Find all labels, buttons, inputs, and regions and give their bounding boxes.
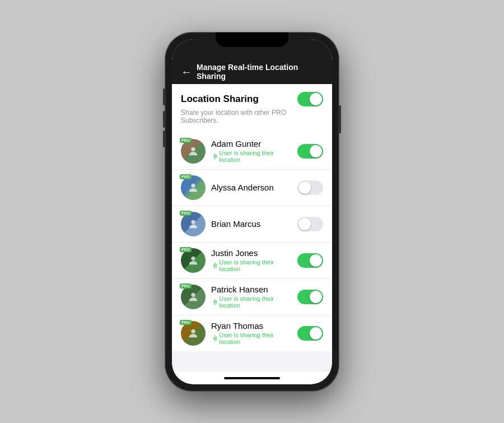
pro-badge-alyssa-anderson: PRO	[180, 174, 192, 179]
svg-point-2	[191, 183, 195, 187]
user-name-brian-marcus: Brian Marcus	[211, 219, 292, 229]
user-row-patrick-hansen: PRO Patrick Hansen User is sharing their…	[172, 279, 332, 315]
phone-screen-container: ← Manage Real-time Location Sharing Loca…	[172, 39, 332, 384]
users-list: PRO Adam Gunter User is sharing their lo…	[172, 133, 332, 351]
user-info-alyssa-anderson: Alyssa Anderson	[211, 183, 292, 192]
toggle-thumb	[310, 93, 322, 105]
avatar-wrap-alyssa-anderson: PRO	[181, 175, 206, 200]
svg-point-1	[213, 156, 215, 157]
pro-badge-justin-jones: PRO	[180, 247, 192, 252]
user-row-ryan-thomas: PRO Ryan Thomas User is sharing their lo…	[172, 315, 332, 351]
toggle-thumb-ryan-thomas	[310, 327, 322, 340]
avatar-wrap-brian-marcus: PRO	[181, 212, 206, 236]
location-sharing-row: Location Sharing	[181, 92, 323, 106]
home-bar	[224, 377, 280, 379]
toggle-ryan-thomas[interactable]	[297, 326, 323, 341]
content-area: Location Sharing Share your location wit…	[172, 84, 332, 372]
user-name-alyssa-anderson: Alyssa Anderson	[211, 183, 292, 192]
avatar-wrap-ryan-thomas: PRO	[181, 321, 206, 346]
svg-point-3	[191, 220, 195, 224]
user-name-patrick-hansen: Patrick Hansen	[211, 285, 292, 294]
toggle-alyssa-anderson[interactable]	[297, 180, 323, 195]
location-sharing-title: Location Sharing	[181, 94, 259, 105]
sharing-status-ryan-thomas: User is sharing their location	[211, 332, 292, 345]
user-info-brian-marcus: Brian Marcus	[211, 219, 292, 229]
location-sharing-toggle[interactable]	[297, 92, 323, 106]
toggle-adam-gunter[interactable]	[297, 144, 323, 159]
location-sharing-section: Location Sharing Share your location wit…	[172, 84, 332, 133]
sharing-status-patrick-hansen: User is sharing their location	[211, 295, 292, 309]
svg-point-8	[191, 329, 195, 333]
pro-badge-ryan-thomas: PRO	[180, 320, 192, 325]
toggle-thumb-patrick-hansen	[310, 291, 322, 303]
app-screen: ← Manage Real-time Location Sharing Loca…	[172, 39, 332, 384]
avatar-wrap-justin-jones: PRO	[181, 248, 206, 273]
avatar-wrap-patrick-hansen: PRO	[181, 285, 206, 309]
user-row-brian-marcus: PRO Brian Marcus	[172, 206, 332, 243]
svg-point-0	[191, 147, 195, 151]
toggle-brian-marcus[interactable]	[297, 217, 323, 231]
nav-title: Manage Real-time Location Sharing	[197, 63, 323, 81]
toggle-thumb-brian-marcus	[298, 218, 311, 230]
toggle-justin-jones[interactable]	[297, 253, 323, 268]
user-name-ryan-thomas: Ryan Thomas	[211, 321, 292, 331]
back-button[interactable]: ←	[181, 66, 192, 77]
svg-point-5	[213, 265, 215, 267]
user-info-patrick-hansen: Patrick Hansen User is sharing their loc…	[211, 285, 292, 309]
user-name-adam-gunter: Adam Gunter	[211, 139, 292, 148]
nav-bar: ← Manage Real-time Location Sharing	[172, 59, 332, 84]
back-arrow-icon: ←	[181, 66, 192, 77]
user-info-ryan-thomas: Ryan Thomas User is sharing their locati…	[211, 321, 292, 345]
toggle-thumb-alyssa-anderson	[298, 182, 311, 194]
toggle-thumb-justin-jones	[310, 254, 322, 267]
user-info-justin-jones: Justin Jones User is sharing their locat…	[211, 248, 292, 272]
phone-device: ← Manage Real-time Location Sharing Loca…	[165, 32, 339, 391]
pro-badge-brian-marcus: PRO	[180, 211, 192, 216]
phone-notch	[216, 32, 288, 47]
user-info-adam-gunter: Adam Gunter User is sharing their locati…	[211, 139, 292, 163]
svg-point-4	[191, 256, 195, 260]
home-indicator	[172, 372, 332, 384]
svg-point-7	[213, 301, 215, 303]
avatar-wrap-adam-gunter: PRO	[181, 139, 206, 164]
pro-badge-adam-gunter: PRO	[180, 138, 192, 143]
svg-point-9	[213, 338, 215, 340]
toggle-patrick-hansen[interactable]	[297, 290, 323, 304]
user-row-adam-gunter: PRO Adam Gunter User is sharing their lo…	[172, 133, 332, 170]
toggle-thumb-adam-gunter	[310, 145, 322, 157]
user-name-justin-jones: Justin Jones	[211, 248, 292, 258]
user-row-alyssa-anderson: PRO Alyssa Anderson	[172, 170, 332, 206]
location-sharing-subtitle: Share your location with other PRO Subsc…	[181, 109, 323, 130]
sharing-status-adam-gunter: User is sharing their location	[211, 150, 292, 163]
sharing-status-justin-jones: User is sharing their location	[211, 259, 292, 272]
svg-point-6	[191, 292, 195, 296]
pro-badge-patrick-hansen: PRO	[180, 283, 192, 289]
user-row-justin-jones: PRO Justin Jones User is sharing their l…	[172, 243, 332, 279]
